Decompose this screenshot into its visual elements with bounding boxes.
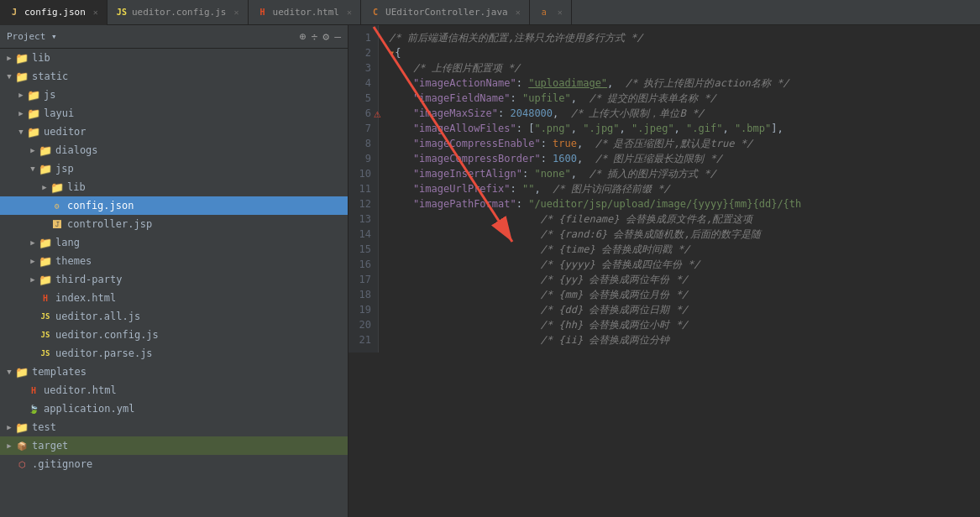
add-icon[interactable]: ⊕ [300,30,307,43]
c7d: , [722,121,734,136]
code-line-10: "imageInsertAlign" : "none" , /* 插入的图片浮动… [389,166,980,181]
tree-arrow-static: ▼ [3,72,15,81]
tree-item-target[interactable]: ▶ 📦 target [0,436,348,455]
tree-item-third-party[interactable]: ▶ 📁 third-party [0,270,348,289]
folder-icon: 📁 [27,88,40,102]
key-4: "imageActionName" [389,76,516,91]
code-line-20: /* {hh} 会替换成两位小时 */ [389,317,980,332]
tree-label-test: test [32,421,56,433]
tree-item-static[interactable]: ▼ 📁 static [0,67,348,86]
html-file-icon: H [257,7,269,18]
code-line-2: ▾ { [389,45,980,60]
c7b: , [620,121,631,136]
tree-item-lang[interactable]: ▶ 📁 lang [0,233,348,252]
tree-item-jsp[interactable]: ▼ 📁 jsp [0,159,348,178]
tree-label-ueditor-html-tpl: ueditor.html [44,384,117,396]
tab-ueditor-config-js[interactable]: JS ueditor.config.js ✕ [107,0,249,25]
tree-item-ueditor-html-tpl[interactable]: ▶ H ueditor.html [0,381,348,400]
c7e: ], [771,121,783,136]
tree-label-static: static [32,70,68,82]
js-icon3: JS [39,347,52,360]
tree-item-index-html[interactable]: ▶ H index.html [0,289,348,307]
tree-label-templates: templates [32,366,86,378]
code-line-18: /* {mm} 会替换成两位月份 */ [389,287,980,302]
comment-5: /* 提交的图片表单名称 */ [589,91,715,106]
tree-arrow-themes: ▶ [27,257,39,265]
target-icon: 📦 [15,439,29,452]
tab-close-btn[interactable]: ✕ [233,8,238,17]
tree-arrow-ueditor: ▼ [15,128,27,136]
tree-item-ueditor-all-js[interactable]: ▶ JS ueditor.all.js [0,307,348,326]
yaml-icon: 🍃 [27,402,40,415]
line-num-2: 2 [349,45,378,60]
tree-item-js[interactable]: ▶ 📁 js [0,86,348,104]
code-area: 1 2 3 4 5 6 7 8 9 10 11 12 13 14 15 16 1 [349,25,980,352]
tab-close-btn[interactable]: ✕ [516,8,521,17]
colon-7: : [ [516,121,535,136]
tab-bar: J config.json ✕ JS ueditor.config.js ✕ H… [0,0,980,25]
tab-extra[interactable]: a ✕ [530,0,572,25]
line-num-5: 5 [349,91,378,106]
fold-icon: ▾ [389,45,395,60]
tab-close-btn[interactable]: ✕ [93,8,98,17]
folder-icon: 📁 [39,254,52,268]
tab-config-json[interactable]: J config.json ✕ [0,0,107,25]
code-line-11: "imageUrlPrefix" : "" , /* 图片访问路径前缀 */ [389,181,980,196]
tree-item-application-yml[interactable]: ▶ 🍃 application.yml [0,400,348,418]
code-line-19: /* {dd} 会替换成两位日期 */ [389,302,980,317]
comment-19: /* {dd} 会替换成两位日期 */ [389,302,688,317]
gear-icon[interactable]: ⚙ [322,30,329,43]
tab-ueditor-controller-java[interactable]: C UEditorController.java ✕ [361,0,530,25]
tree-arrow-test: ▶ [3,423,15,431]
tree-item-config-json[interactable]: ▶ ⚙ config.json [0,196,348,215]
tree-item-controller-jsp[interactable]: ▶ 🅹 controller.jsp [0,215,348,233]
tree-item-templates[interactable]: ▼ 📁 templates [0,363,348,381]
tree-label-application-yml: application.yml [44,403,134,415]
tree-item-lib[interactable]: ▶ 📁 lib [0,49,348,67]
tree-item-themes[interactable]: ▶ 📁 themes [0,252,348,270]
brace-open: { [395,45,401,60]
comment-16: /* {yyyy} 会替换成四位年份 */ [389,257,700,272]
tab-close-btn[interactable]: ✕ [558,8,563,17]
split-icon[interactable]: ÷ [312,30,318,43]
folder-icon: 📁 [39,236,52,249]
line-num-4: 4 [349,76,378,91]
js-icon2: JS [39,328,52,342]
code-editor[interactable]: 1 2 3 4 5 6 7 8 9 10 11 12 13 14 15 16 1 [349,25,980,352]
main-content: Project ▾ ⊕ ÷ ⚙ — ▶ 📁 lib ▼ 📁 static ▶ 📁… [0,25,980,517]
minimize-icon[interactable]: — [334,30,341,43]
tree-item-ueditor-parse-js[interactable]: ▶ JS ueditor.parse.js [0,344,348,363]
val-7d: ".gif" [686,121,722,136]
colon-6: : [498,106,510,121]
json-file-icon: J [8,7,20,18]
tree-arrow-js: ▶ [15,91,27,99]
tree-item-test[interactable]: ▶ 📁 test [0,418,348,436]
tab-ueditor-html[interactable]: H ueditor.html ✕ [249,0,362,25]
val-7e: ".bmp" [735,121,771,136]
folder-icon: 📁 [39,144,52,157]
java-file-icon: C [369,7,381,18]
line-num-19: 19 [349,302,378,317]
project-label[interactable]: Project ▾ [7,31,57,42]
code-line-9: "imageCompressBorder" : 1600 , /* 图片压缩最长… [389,151,980,166]
line-num-15: 15 [349,242,378,257]
tab-label: ueditor.config.js [132,7,227,18]
key-9: "imageCompressBorder" [389,151,541,166]
js-icon: JS [39,310,52,323]
tree-item-ueditor[interactable]: ▼ 📁 ueditor [0,123,348,141]
key-10: "imageInsertAlign" [389,166,522,181]
tree-arrow-jsp: ▼ [27,164,39,173]
tab-close-btn[interactable]: ✕ [347,8,352,17]
colon-10: : [522,166,534,181]
tree-item-layui[interactable]: ▶ 📁 layui [0,104,348,123]
tree-item-dialogs[interactable]: ▶ 📁 dialogs [0,141,348,159]
line-num-7: 7 [349,121,378,136]
folder-icon: 📁 [39,273,52,286]
tree-item-gitignore[interactable]: ▶ ⬡ .gitignore [0,455,348,473]
key-7: "imageAllowFiles" [389,121,516,136]
tree-label-js: js [44,89,55,101]
tab-label: config.json [24,7,86,18]
tree-item-ueditor-config-js[interactable]: ▶ JS ueditor.config.js [0,326,348,344]
tree-item-lib2[interactable]: ▶ 📁 lib [0,178,348,196]
tree-arrow-templates: ▼ [3,368,15,376]
